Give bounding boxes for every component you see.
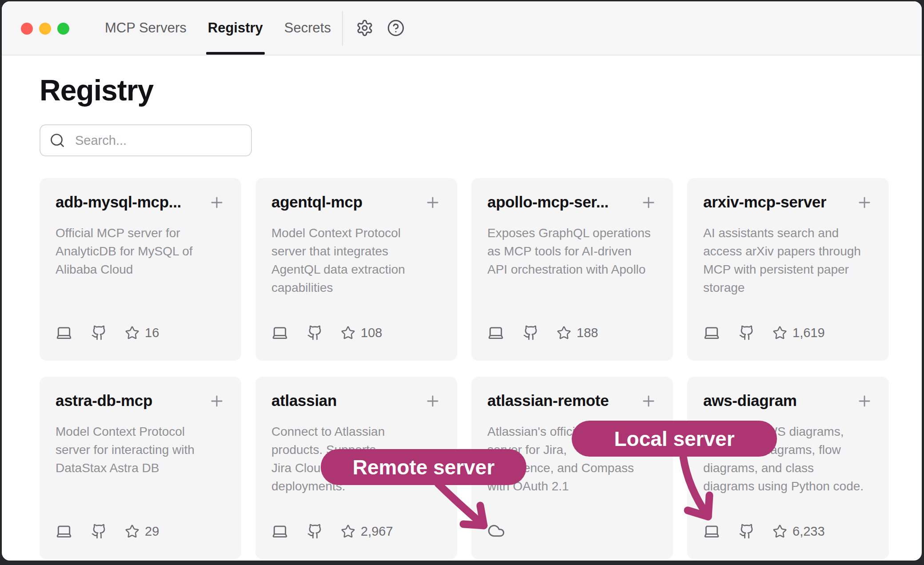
plus-icon (856, 206, 873, 212)
tab-label: Registry (208, 20, 263, 36)
window-titlebar: MCP Servers Registry Secrets (2, 1, 922, 56)
server-name: agentql-mcp (271, 193, 362, 211)
gear-icon[interactable] (355, 19, 374, 37)
app-window: MCP Servers Registry Secrets Registry (2, 1, 922, 561)
server-description: Model Context Protocol server for intera… (56, 422, 225, 477)
star-icon (341, 524, 355, 539)
laptop-icon (703, 523, 720, 540)
card-footer: 1,619 (703, 324, 873, 341)
server-name: atlassian-remote (487, 392, 609, 410)
github-icon[interactable] (307, 325, 323, 341)
add-server-button[interactable] (856, 194, 873, 212)
cloud-icon (487, 522, 505, 540)
plus-icon (208, 206, 225, 212)
add-server-button[interactable] (208, 194, 225, 212)
server-description: Exposes GraphQL operations as MCP tools … (487, 224, 657, 279)
callout-label: Local server (614, 427, 734, 451)
star-icon (125, 524, 139, 539)
search-input[interactable] (74, 133, 242, 148)
card-footer: 188 (487, 324, 657, 341)
search-icon (49, 132, 65, 148)
github-icon[interactable] (523, 325, 539, 341)
tab-label: MCP Servers (105, 20, 187, 36)
laptop-icon (703, 324, 720, 341)
star-count: 188 (577, 326, 598, 340)
star-count: 2,967 (361, 524, 393, 539)
help-icon[interactable] (386, 19, 405, 37)
screenshot-stage: MCP Servers Registry Secrets Registry (0, 0, 924, 565)
page-title: Registry (40, 73, 153, 107)
server-card[interactable]: apollo-mcp-ser...Exposes GraphQL operati… (471, 178, 673, 361)
search-box[interactable] (40, 124, 252, 156)
server-name: arxiv-mcp-server (703, 193, 826, 211)
active-tab-underline (206, 52, 265, 55)
close-window-button[interactable] (21, 23, 33, 35)
star-count: 6,233 (793, 524, 825, 539)
card-footer: 2,967 (271, 523, 441, 540)
tab-secrets[interactable]: Secrets (284, 1, 331, 55)
main-nav-tabs: MCP Servers Registry Secrets (105, 1, 331, 55)
star-count: 29 (145, 524, 159, 539)
plus-icon (856, 404, 873, 411)
add-server-button[interactable] (208, 393, 225, 411)
star-count: 108 (361, 326, 382, 340)
laptop-icon (487, 324, 504, 341)
star-icon (125, 326, 139, 340)
server-description: Model Context Protocol server that integ… (271, 224, 441, 297)
laptop-icon (271, 324, 288, 341)
remote-server-callout: Remote server (321, 449, 526, 485)
star-count: 1,619 (793, 326, 825, 340)
server-name: astra-db-mcp (56, 392, 152, 410)
add-server-button[interactable] (640, 194, 657, 212)
plus-icon (424, 206, 441, 212)
tab-mcp-servers[interactable]: MCP Servers (105, 1, 187, 55)
tab-registry[interactable]: Registry (208, 1, 263, 55)
add-server-button[interactable] (424, 393, 441, 411)
laptop-icon (56, 523, 72, 540)
callout-label: Remote server (353, 455, 495, 479)
server-card[interactable]: astra-db-mcpModel Context Protocol serve… (40, 377, 241, 559)
add-server-button[interactable] (640, 393, 657, 411)
server-description: AI assistants search and access arXiv pa… (703, 224, 873, 297)
card-footer: 108 (271, 324, 441, 341)
card-footer: 16 (56, 324, 225, 341)
server-name: apollo-mcp-ser... (487, 193, 609, 211)
traffic-lights (21, 23, 69, 35)
star-icon (773, 524, 787, 539)
toolbar (355, 1, 405, 55)
server-card[interactable]: arxiv-mcp-serverAI assistants search and… (687, 178, 889, 361)
laptop-icon (271, 523, 288, 540)
toolbar-divider (342, 11, 343, 46)
server-card[interactable]: aws-diagramGenerate AWS diagrams, sequen… (687, 377, 889, 559)
laptop-icon (56, 324, 72, 341)
github-icon[interactable] (91, 523, 107, 539)
star-icon (773, 326, 787, 340)
server-description: Official MCP server for AnalyticDB for M… (56, 224, 225, 279)
server-card[interactable]: adb-mysql-mcp...Official MCP server for … (40, 178, 241, 361)
star-icon (341, 326, 355, 340)
card-footer: 6,233 (703, 523, 873, 540)
github-icon[interactable] (91, 325, 107, 341)
plus-icon (640, 404, 657, 411)
card-footer: 29 (56, 523, 225, 540)
plus-icon (208, 404, 225, 411)
github-icon[interactable] (739, 325, 755, 341)
server-card-grid: adb-mysql-mcp...Official MCP server for … (40, 178, 889, 559)
zoom-window-button[interactable] (57, 23, 69, 35)
star-icon (557, 326, 571, 340)
card-footer (487, 522, 657, 540)
github-icon[interactable] (739, 523, 755, 539)
github-icon[interactable] (307, 523, 323, 539)
star-count: 16 (145, 326, 159, 340)
server-name: adb-mysql-mcp... (56, 193, 181, 211)
plus-icon (640, 206, 657, 212)
add-server-button[interactable] (424, 194, 441, 212)
server-name: atlassian (271, 392, 337, 410)
local-server-callout: Local server (572, 421, 777, 457)
server-card[interactable]: agentql-mcpModel Context Protocol server… (255, 178, 457, 361)
add-server-button[interactable] (856, 393, 873, 411)
tab-label: Secrets (284, 20, 331, 36)
server-name: aws-diagram (703, 392, 797, 410)
minimize-window-button[interactable] (39, 23, 51, 35)
plus-icon (424, 404, 441, 411)
